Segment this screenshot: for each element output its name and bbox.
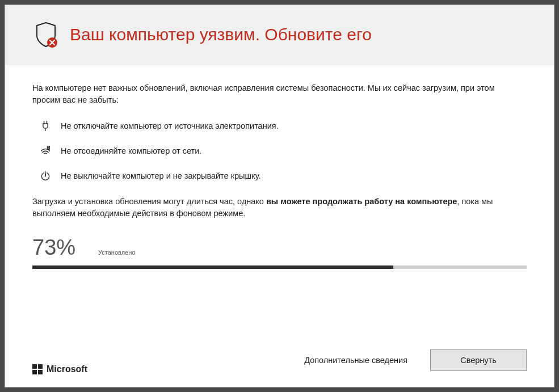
progress-percent: 73% bbox=[32, 235, 75, 260]
microsoft-logo: Microsoft bbox=[32, 364, 87, 374]
progress-status: Установлено bbox=[98, 249, 135, 256]
tip-network: Не отсоединяйте компьютер от сети. bbox=[39, 145, 527, 157]
tip-power: Не отключайте компьютер от источника эле… bbox=[39, 120, 527, 132]
wifi-icon bbox=[39, 145, 52, 157]
shield-alert-icon bbox=[32, 21, 60, 48]
microsoft-logo-text: Microsoft bbox=[47, 364, 87, 374]
microsoft-squares-icon bbox=[32, 364, 43, 374]
progress-fill bbox=[32, 265, 393, 269]
intro-text: На компьютере нет важных обновлений, вкл… bbox=[32, 82, 498, 106]
more-info-link[interactable]: Дополнительные сведения bbox=[304, 356, 407, 365]
dialog-title: Ваш компьютер уязвим. Обновите его bbox=[70, 24, 372, 45]
note-text: Загрузка и установка обновления могут дл… bbox=[32, 196, 498, 220]
dialog-footer: Дополнительные сведения Свернуть bbox=[5, 349, 554, 387]
tip-power-text: Не отключайте компьютер от источника эле… bbox=[61, 121, 279, 130]
tips-list: Не отключайте компьютер от источника эле… bbox=[39, 120, 527, 182]
note-bold: вы можете продолжать работу на компьютер… bbox=[266, 197, 457, 206]
dialog-content: На компьютере нет важных обновлений, вкл… bbox=[5, 65, 554, 349]
tip-network-text: Не отсоединяйте компьютер от сети. bbox=[61, 146, 201, 155]
power-icon bbox=[39, 170, 52, 182]
progress-row: 73% Установлено bbox=[32, 235, 527, 260]
update-dialog: Ваш компьютер уязвим. Обновите его На ко… bbox=[5, 5, 554, 387]
progress-bar bbox=[32, 265, 527, 269]
minimize-button[interactable]: Свернуть bbox=[430, 349, 527, 371]
plug-icon bbox=[39, 120, 52, 132]
dialog-header: Ваш компьютер уязвим. Обновите его bbox=[5, 5, 554, 65]
note-prefix: Загрузка и установка обновления могут дл… bbox=[32, 197, 266, 206]
tip-shutdown-text: Не выключайте компьютер и не закрывайте … bbox=[61, 171, 260, 180]
tip-shutdown: Не выключайте компьютер и не закрывайте … bbox=[39, 170, 527, 182]
